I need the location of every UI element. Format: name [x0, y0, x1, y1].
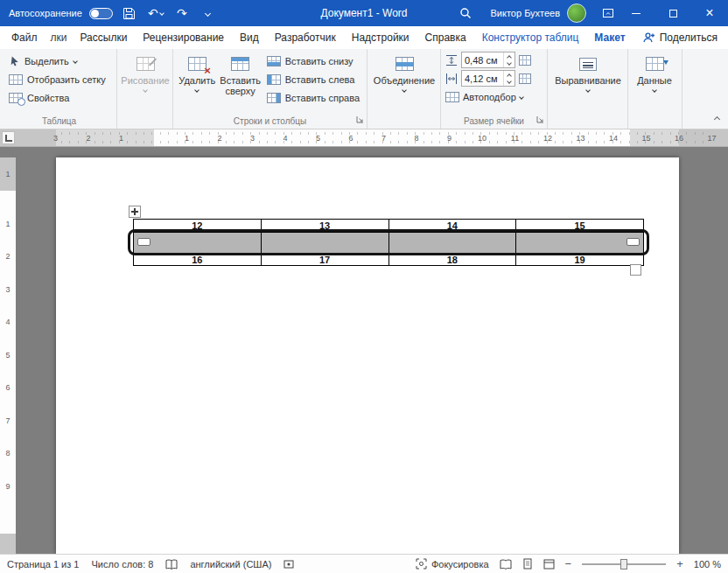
insert-right-button[interactable]: Вставить справа [264, 88, 362, 107]
dialog-launcher-icon[interactable] [536, 114, 544, 126]
zoom-out-button[interactable]: − [565, 557, 572, 570]
quick-access-more-button[interactable] [199, 0, 218, 26]
table-cell[interactable] [389, 233, 517, 253]
macro-record-button[interactable] [284, 559, 294, 570]
table-cell[interactable]: 17 [262, 254, 389, 265]
chevron-up-icon [714, 116, 720, 122]
group-merge: Объединение [368, 49, 441, 129]
undo-button[interactable]: ↶ [146, 0, 165, 26]
row-height-spinner[interactable]: 0,48 см [461, 52, 515, 68]
tab-view[interactable]: Вид [232, 26, 267, 49]
data-button[interactable]: Данные [633, 52, 676, 92]
user-avatar[interactable] [567, 3, 586, 23]
tab-table-design[interactable]: Конструктор таблиц [474, 26, 587, 49]
redo-button[interactable]: ↷ [172, 0, 192, 26]
focus-mode-button[interactable]: Фокусировка [416, 558, 489, 570]
column-width-value[interactable]: 4,12 см [462, 71, 503, 86]
table-cell[interactable]: 14 [389, 220, 517, 232]
table-cell[interactable]: 18 [389, 254, 517, 265]
web-layout-button[interactable] [543, 559, 555, 570]
tab-stop-selector[interactable] [2, 131, 15, 144]
user-name[interactable]: Виктор Бухтеев [491, 8, 560, 18]
table-cell[interactable] [516, 233, 643, 253]
ruler-number: 8 [5, 449, 10, 458]
table-cell[interactable]: 12 [134, 220, 262, 232]
table-cell[interactable] [262, 233, 389, 253]
autosave-toggle[interactable] [89, 8, 113, 19]
table-cell[interactable]: 13 [262, 220, 389, 232]
select-button[interactable]: Выделить [6, 52, 112, 70]
page-indicator[interactable]: Страница 1 из 1 [7, 559, 79, 570]
language-indicator[interactable]: английский (США) [190, 559, 271, 570]
table-row[interactable]: 16 17 18 19 [133, 253, 644, 266]
delete-button[interactable]: Удалить [178, 52, 217, 92]
horizontal-ruler[interactable]: 3211234567891011121314151617 [0, 129, 728, 147]
table-cell[interactable]: 15 [516, 220, 643, 232]
table-cell[interactable]: 16 [134, 254, 262, 265]
selected-table-row[interactable] [133, 232, 644, 253]
ruler-number: 4 [283, 134, 287, 143]
tab-help[interactable]: Справка [417, 26, 474, 49]
save-icon [122, 7, 136, 20]
distribute-rows-icon[interactable] [519, 55, 531, 66]
tab-links-partial[interactable]: лки [49, 26, 73, 49]
tab-review[interactable]: Рецензирование [135, 26, 232, 49]
merge-button[interactable]: Объединение [372, 52, 437, 92]
properties-icon [9, 93, 23, 103]
zoom-slider-thumb[interactable] [620, 559, 627, 570]
share-button[interactable]: Поделиться [642, 31, 728, 44]
table-properties-button[interactable]: Свойства [6, 88, 112, 107]
table-cell[interactable]: 19 [516, 254, 643, 265]
table-move-handle[interactable] [129, 206, 141, 218]
select-cursor-icon [9, 55, 20, 66]
ruler-number: 15 [641, 134, 650, 143]
tab-layout[interactable]: Макет [586, 26, 633, 49]
selection-handle-left[interactable] [137, 238, 150, 246]
tab-file[interactable]: Файл [0, 26, 49, 49]
document-page[interactable]: 12 13 14 15 16 17 18 19 [56, 157, 679, 554]
print-layout-button[interactable] [522, 558, 533, 570]
word-count[interactable]: Число слов: 8 [91, 559, 153, 570]
distribute-columns-icon[interactable] [519, 73, 531, 84]
row-height-icon [445, 54, 458, 66]
maximize-button[interactable] [654, 0, 691, 26]
view-gridlines-button[interactable]: Отобразить сетку [6, 70, 112, 88]
proofing-button[interactable] [165, 559, 178, 570]
minimize-button[interactable] [618, 0, 654, 26]
alignment-button[interactable]: Выравнивание [552, 52, 624, 92]
share-label: Поделиться [660, 31, 718, 44]
spinner-steppers[interactable] [503, 52, 514, 67]
vertical-ruler[interactable]: 1123456789 [0, 157, 16, 554]
document-workspace[interactable]: 1123456789 12 13 14 15 16 17 [0, 147, 728, 554]
insert-left-button[interactable]: Вставить слева [264, 70, 362, 88]
draw-table-button[interactable]: Рисование [122, 52, 169, 92]
selection-handle-right[interactable] [626, 238, 640, 246]
zoom-in-button[interactable]: + [676, 557, 683, 570]
spinner-steppers[interactable] [503, 71, 514, 86]
save-button[interactable] [120, 0, 139, 26]
autofit-button[interactable]: Автоподбор [445, 88, 542, 105]
zoom-slider[interactable] [582, 558, 666, 570]
zoom-level[interactable]: 100 % [694, 559, 721, 570]
group-label-alignment [552, 116, 623, 129]
close-button[interactable]: × [691, 0, 728, 26]
insert-below-button[interactable]: Вставить снизу [264, 52, 362, 70]
tab-developer[interactable]: Разработчик [267, 26, 344, 49]
dialog-launcher-icon[interactable] [356, 114, 364, 126]
ruler-number: 5 [5, 351, 10, 360]
row-height-value[interactable]: 0,48 см [462, 52, 503, 67]
ruler-number: 4 [5, 318, 10, 326]
insert-above-button[interactable]: Вставить сверху [220, 52, 262, 96]
ribbon-display-options-button[interactable] [598, 0, 618, 26]
read-mode-button[interactable] [500, 559, 512, 570]
table-cell[interactable] [134, 233, 262, 253]
tab-mailings[interactable]: Рассылки [72, 26, 135, 49]
tab-addins[interactable]: Надстройки [344, 26, 417, 49]
ruler-number: 8 [414, 134, 418, 143]
table-resize-handle[interactable] [630, 264, 641, 276]
search-button[interactable] [456, 0, 475, 26]
collapse-ribbon-button[interactable] [715, 112, 719, 124]
column-width-spinner[interactable]: 4,12 см [461, 70, 515, 87]
document-table[interactable]: 12 13 14 15 16 17 18 19 [133, 219, 644, 266]
table-row[interactable]: 12 13 14 15 [133, 219, 644, 232]
